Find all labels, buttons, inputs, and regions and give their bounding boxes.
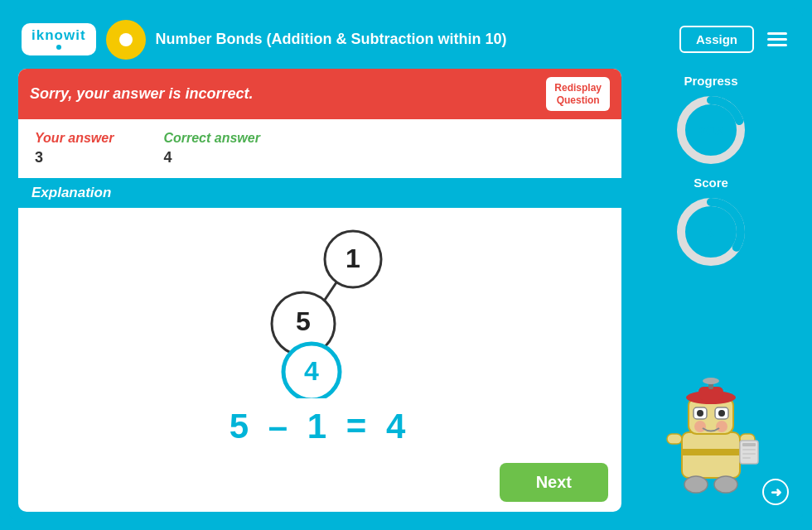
svg-rect-33 [742,457,751,459]
hamburger-line-3 [767,44,787,46]
incorrect-message: Sorry, your answer is incorrect. [30,85,538,103]
logo: iknowit [22,23,96,55]
your-answer-label: Your answer [35,131,114,146]
score-box: Score 3 [674,176,748,269]
svg-point-28 [714,476,737,493]
answer-section: Your answer 3 Correct answer 4 [18,119,621,178]
app-frame: iknowit Number Bonds (Addition & Subtrac… [8,8,804,522]
yellow-circle-inner [119,33,133,46]
svg-point-22 [718,410,725,417]
right-panel: Progress 3/15 Score 3 [628,69,794,512]
svg-point-21 [697,410,703,417]
explanation-bar: Explanation [18,178,621,208]
svg-point-18 [703,378,719,384]
arrow-icon: ➜ [771,484,781,500]
your-answer-value: 3 [35,149,114,166]
svg-text:1: 1 [346,243,360,273]
progress-donut: 3/15 [674,93,748,167]
svg-text:5: 5 [296,306,311,336]
your-answer-block: Your answer 3 [35,131,114,166]
header: iknowit Number Bonds (Addition & Subtrac… [13,13,799,65]
svg-text:4: 4 [304,356,319,386]
header-title: Number Bonds (Addition & Subtraction wit… [156,31,669,48]
number-bond-diagram: 5 1 4 [229,216,411,398]
progress-box: Progress 3/15 [674,74,748,167]
yellow-circle [106,20,146,60]
hamburger-menu-button[interactable] [764,29,790,50]
next-btn-container: Next [18,455,621,512]
main-area: Sorry, your answer is incorrect. Redispl… [13,65,799,517]
svg-point-24 [716,421,727,432]
svg-rect-13 [682,449,740,455]
logo-text: iknowit [31,28,86,44]
svg-point-27 [684,476,708,493]
score-label: Score [694,176,728,190]
robot-area: ➜ [631,277,790,507]
svg-rect-31 [742,449,756,450]
left-panel: Sorry, your answer is incorrect. Redispl… [18,69,621,512]
incorrect-banner: Sorry, your answer is incorrect. Redispl… [18,69,621,119]
next-button[interactable]: Next [500,463,608,502]
correct-answer-value: 4 [163,149,260,166]
hamburger-line-2 [767,38,787,41]
progress-label: Progress [684,74,737,88]
score-donut: 3 [674,195,748,269]
hamburger-line-1 [767,32,787,35]
svg-point-23 [694,421,706,432]
svg-rect-30 [742,443,756,446]
redisplay-button[interactable]: RedisplayQuestion [546,77,610,111]
correct-answer-block: Correct answer 4 [163,131,260,166]
logo-dot [56,45,61,50]
svg-rect-25 [667,434,682,444]
progress-value: 3/15 [698,123,723,137]
score-value: 3 [708,225,714,239]
robot-character [657,366,765,507]
equation-display: 5 – 1 = 4 [230,407,411,446]
svg-rect-32 [742,453,756,455]
correct-answer-label: Correct answer [163,131,260,146]
assign-button[interactable]: Assign [679,26,754,53]
diagram-area: 5 1 4 5 – 1 = 4 [18,208,621,455]
arrow-button[interactable]: ➜ [762,479,789,505]
